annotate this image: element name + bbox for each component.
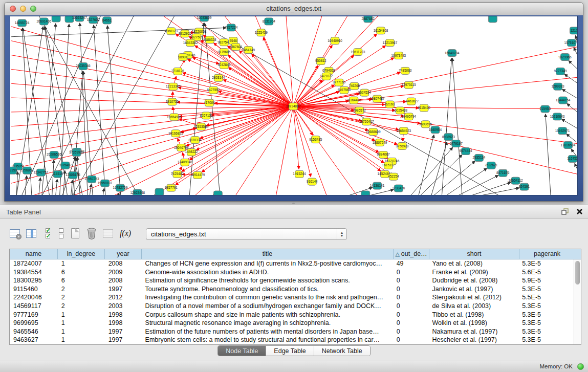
graph-node[interactable]: 9329966 <box>558 54 572 61</box>
graph-node[interactable]: 8960123 <box>165 28 178 35</box>
function-builder-icon[interactable]: f(x) <box>119 227 132 240</box>
column-header-year[interactable]: year <box>105 249 142 259</box>
graph-node[interactable]: 19958107 <box>98 180 113 187</box>
graph-node[interactable]: 16648784 <box>445 50 460 57</box>
graph-node[interactable]: 9857791 <box>165 184 178 191</box>
graph-node[interactable]: 9777169 <box>333 79 346 86</box>
graph-node[interactable]: 9175685 <box>217 49 231 56</box>
graph-node[interactable]: 20691406 <box>36 18 51 25</box>
graph-node[interactable]: 19166825 <box>168 130 183 137</box>
table-row[interactable]: 977716911998Corpus callosum shape and si… <box>10 311 574 319</box>
table-select-dropdown[interactable]: citations_edges.txt ▲▼ <box>146 228 347 240</box>
graph-node[interactable]: 12975115 <box>402 81 417 89</box>
graph-node[interactable]: 9699695 <box>419 121 432 128</box>
column-header-short[interactable]: short <box>429 249 519 259</box>
graph-node[interactable]: 15720407 <box>359 118 374 125</box>
window-titlebar[interactable]: citations_edges.txt <box>5 3 583 15</box>
splitter-grip[interactable] <box>292 203 295 204</box>
graph-node[interactable]: 417004 <box>204 99 215 106</box>
graph-node[interactable]: 9227349 <box>554 68 567 75</box>
scrollbar-thumb[interactable] <box>575 261 580 285</box>
graph-node[interactable]: 7632621 <box>485 162 498 169</box>
graph-node[interactable]: 9153485 <box>309 136 322 143</box>
graph-node[interactable]: 10688609 <box>366 128 381 136</box>
graph-node[interactable]: 20364486 <box>346 97 361 104</box>
graph-node[interactable]: 6497568 <box>338 86 351 94</box>
tab-node-table[interactable]: Node Table <box>218 346 266 356</box>
graph-node[interactable]: 16154808 <box>374 27 388 34</box>
graph-node[interactable]: 7485063 <box>399 67 412 74</box>
column-header-out_de[interactable]: △out_de… <box>394 249 429 259</box>
tab-edge-table[interactable]: Edge Table <box>266 346 314 356</box>
graph-node[interactable]: 98901 <box>178 54 187 61</box>
column-header-name[interactable]: name <box>10 249 58 259</box>
citation-graph[interactable]: 1872400789601238912955182260589827505165… <box>10 16 578 195</box>
tab-network-table[interactable]: Network Table <box>314 346 370 356</box>
graph-node[interactable]: 9884067 <box>377 151 390 158</box>
graph-node[interactable]: 12213343 <box>166 83 181 90</box>
graph-node[interactable]: 116753 <box>567 155 578 162</box>
unselect-all-columns-icon[interactable] <box>54 227 68 240</box>
graph-node[interactable]: 19654923 <box>396 127 411 135</box>
graph-node[interactable]: 1915244 <box>293 170 306 178</box>
graph-node[interactable]: 916144 <box>307 178 318 185</box>
create-column-icon[interactable] <box>69 227 82 240</box>
graph-node[interactable]: 15692971 <box>555 127 570 135</box>
graph-node[interactable]: 452254 <box>388 173 399 180</box>
table-settings-icon[interactable] <box>8 227 21 240</box>
graph-node[interactable]: 215953 <box>539 105 551 113</box>
table-row[interactable]: 946554611997Estimation of the future num… <box>10 327 574 336</box>
column-header-pagerank[interactable]: pagerank <box>519 249 575 259</box>
column-header-in_degree[interactable]: in_degree <box>58 249 105 259</box>
table-row[interactable]: 911546021997Tourette syndrome. Phenomeno… <box>10 285 574 294</box>
delete-column-icon[interactable] <box>85 227 98 240</box>
graph-node[interactable]: 16914479 <box>190 171 205 179</box>
graph-node[interactable]: 2718126 <box>171 68 185 75</box>
graph-node[interactable] <box>213 191 222 195</box>
graph-node[interactable]: 18807249 <box>373 139 387 146</box>
graph-node[interactable]: 19495794 <box>401 113 416 120</box>
table-row[interactable]: 1456911722003Disruption of a novel membe… <box>10 302 574 311</box>
graph-node[interactable] <box>52 16 60 22</box>
graph-node[interactable]: 746266 <box>349 82 360 90</box>
graph-node[interactable]: 924591 <box>519 183 530 190</box>
table-row[interactable]: 1830029562008Estimation of significance … <box>10 276 574 285</box>
graph-node[interactable]: 10653247 <box>72 16 87 21</box>
graph-node[interactable] <box>155 188 164 195</box>
graph-node[interactable]: 9975487 <box>59 162 72 169</box>
select-all-columns-icon[interactable] <box>41 227 54 240</box>
graph-node[interactable]: 1733426 <box>392 185 405 192</box>
table-row[interactable]: 1938455462009Genome-wide association stu… <box>10 268 574 277</box>
graph-node[interactable]: 16210643 <box>550 113 565 120</box>
graph-node[interactable]: 114519 <box>52 170 63 178</box>
graph-node[interactable]: 12353584 <box>194 123 209 130</box>
graph-node[interactable]: 19654985 <box>167 114 182 121</box>
graph-node[interactable]: 15751074 <box>564 39 578 47</box>
float-panel-icon[interactable] <box>561 208 569 217</box>
graph-node[interactable]: 20206536 <box>47 151 61 158</box>
vertical-scrollbar[interactable] <box>574 259 581 344</box>
graph-node[interactable]: 14055724 <box>15 19 30 27</box>
graph-node[interactable]: 39159 <box>10 167 17 174</box>
graph-node[interactable]: 16940910 <box>328 37 342 45</box>
graph-node[interactable]: 2367608 <box>229 43 243 51</box>
graph-node[interactable]: 12213967 <box>383 39 398 47</box>
close-panel-icon[interactable] <box>576 208 583 217</box>
graph-node[interactable]: 64661 <box>102 17 112 24</box>
graph-node[interactable]: 1421072 <box>320 73 333 80</box>
graph-node[interactable]: 8912955 <box>179 30 192 37</box>
graph-node[interactable]: 955812 <box>315 58 326 65</box>
graph-node[interactable]: 12923448 <box>130 189 145 195</box>
graph-node[interactable]: 9474444 <box>460 148 473 155</box>
graph-node[interactable]: 7986572 <box>353 107 366 114</box>
graph-node[interactable]: 8938923 <box>442 134 455 141</box>
graph-node[interactable]: 1217 <box>570 27 578 34</box>
graph-node[interactable]: 12444154 <box>556 97 571 104</box>
graph-node[interactable]: 2935114 <box>473 154 486 161</box>
column-header-title[interactable]: title <box>142 249 394 259</box>
graph-node[interactable]: 7857224 <box>225 24 238 31</box>
graph-node[interactable]: 17016504 <box>561 142 576 149</box>
graph-node[interactable]: 8454749 <box>242 47 255 54</box>
graph-node[interactable] <box>361 191 370 195</box>
graph-node[interactable]: 1615112 <box>382 162 395 169</box>
